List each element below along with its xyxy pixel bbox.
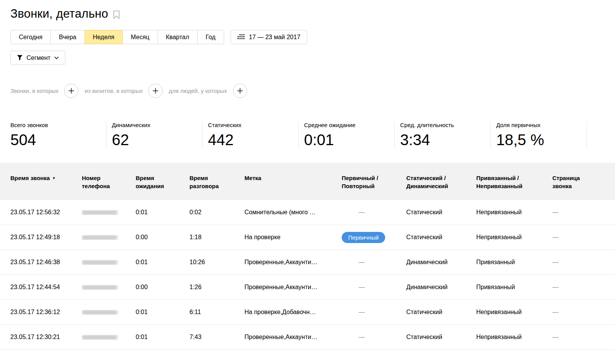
plus-icon — [237, 88, 243, 94]
filter-label-calls: Звонки, в которых — [10, 88, 58, 94]
bookmark-button[interactable] — [113, 9, 120, 19]
cell-label: На проверке — [244, 234, 342, 241]
metric-2: Статических442 — [203, 122, 299, 147]
cell-primary: — — [342, 284, 406, 291]
metric-value: 0:01 — [304, 132, 391, 147]
add-filter-visits-button[interactable] — [148, 84, 163, 98]
metric-value: 18,5 % — [496, 132, 583, 147]
table-header: Время звонка▼Номер телефонаВремя ожидани… — [0, 163, 615, 200]
cell-time: 23.05.17 12:46:38 — [10, 259, 82, 266]
cell-page: — — [552, 309, 605, 316]
call-row[interactable]: 23.05.17 12:56:320:010:02Сомнительные (м… — [0, 200, 615, 225]
cell-page: — — [552, 334, 605, 341]
period-tab-yesterday[interactable]: Вчера — [50, 30, 85, 44]
cell-type: Динамический — [406, 259, 476, 266]
filter-group-calls: Звонки, в которых — [10, 84, 78, 98]
period-tab-quarter[interactable]: Квартал — [158, 30, 198, 44]
bookmark-icon — [113, 10, 120, 19]
metric-value: 442 — [208, 132, 294, 147]
filter-row: Звонки, в которыхиз визитов, в которыхдл… — [10, 84, 605, 98]
cell-type: Статический — [406, 309, 476, 316]
add-filter-people-button[interactable] — [233, 84, 247, 98]
cell-bound: Непривязанный — [476, 334, 552, 341]
calls-detail-page: Звонки, детально СегодняВчераНеделяМесяц… — [0, 0, 615, 364]
cell-type: Статический — [406, 334, 476, 341]
cell-time: 23.05.17 12:44:54 — [10, 284, 82, 291]
period-tab-month[interactable]: Месяц — [122, 30, 158, 44]
metric-4: Сред. длительность3:34 — [395, 122, 491, 147]
call-row[interactable]: 23.05.17 12:30:210:017:43Проверенные,Акк… — [0, 325, 615, 350]
segment-label: Сегмент — [27, 55, 50, 61]
metric-3: Среднее ожидание0:01 — [299, 122, 395, 147]
call-row[interactable]: 23.05.17 12:49:180:001:18На проверкеПерв… — [0, 225, 615, 250]
call-row[interactable]: 23.05.17 12:44:540:001:26Проверенные,Акк… — [0, 275, 615, 300]
sort-desc-icon: ▼ — [52, 176, 56, 180]
column-header-label: Метка — [244, 174, 342, 182]
cell-bound: Непривязанный — [476, 309, 552, 316]
phone-number-redacted — [82, 335, 117, 340]
filter-group-visits: из визитов, в которых — [85, 84, 163, 98]
metric-label: Динамических — [112, 122, 198, 128]
cell-bound: Непривязанный — [476, 209, 552, 216]
cell-phone — [82, 335, 136, 340]
cell-label: Проверенные,Аккаунти… — [244, 284, 342, 291]
column-header-primary: Первичный / Повторный — [342, 174, 406, 190]
cell-wait: 0:01 — [136, 334, 189, 341]
cell-time: 23.05.17 12:49:18 — [10, 234, 82, 241]
date-range-button[interactable]: 17 — 23 май 2017 — [231, 30, 308, 44]
add-filter-calls-button[interactable] — [64, 84, 78, 98]
cell-phone — [82, 210, 136, 215]
cell-wait: 0:01 — [136, 309, 189, 316]
period-tab-week[interactable]: Неделя — [85, 30, 123, 44]
metric-value: 504 — [10, 132, 102, 147]
column-header-time[interactable]: Время звонка▼ — [10, 174, 82, 182]
chevron-down-icon — [54, 56, 59, 60]
column-header-label: Привязанный / Непривязанный — [476, 174, 531, 190]
cell-page: — — [552, 209, 605, 216]
cell-talk: 1:26 — [189, 284, 244, 291]
column-header-label: Время разговора — [189, 174, 223, 190]
phone-number-redacted — [82, 235, 117, 240]
metric-label: Среднее ожидание — [304, 122, 391, 128]
cell-phone — [82, 260, 136, 265]
segment-button[interactable]: Сегмент — [10, 51, 65, 65]
cell-label: Проверенные,Аккаунти… — [244, 334, 342, 341]
column-header-label: Время звонка — [10, 174, 50, 182]
column-header-label: Время ожидания — [136, 174, 167, 190]
column-header-bound: Привязанный / Непривязанный — [476, 174, 552, 190]
plus-icon — [153, 88, 158, 94]
funnel-icon — [17, 55, 23, 61]
period-controls: СегодняВчераНеделяМесяцКварталГод 17 — 2… — [10, 30, 605, 44]
cell-primary: — — [342, 259, 406, 266]
metric-1: Динамических62 — [106, 122, 203, 147]
metrics-summary: Всего звонков504Динамических62Статически… — [10, 122, 615, 147]
cell-primary: Первичный — [342, 232, 406, 243]
metric-label: Всего звонков — [10, 122, 102, 128]
phone-number-redacted — [82, 210, 117, 215]
filter-label-visits: из визитов, в которых — [85, 88, 143, 94]
cell-talk: 7:43 — [189, 334, 244, 341]
column-header-label: Первичный / Повторный — [342, 174, 382, 190]
phone-number-redacted — [82, 310, 117, 315]
filter-group-people: для людей, у которых — [169, 84, 247, 98]
cell-label: Сомнительные (много … — [244, 209, 342, 216]
phone-number-redacted — [82, 260, 117, 265]
cell-bound: Привязанный — [476, 284, 552, 291]
cell-label: На проверке,Добавочн… — [244, 309, 342, 316]
cell-talk: 0:02 — [189, 209, 244, 216]
call-row[interactable]: 23.05.17 12:46:380:0110:26Проверенные,Ак… — [0, 250, 615, 275]
cell-page: — — [552, 234, 605, 241]
phone-number-redacted — [82, 285, 117, 290]
cell-phone — [82, 235, 136, 240]
cell-primary: — — [342, 334, 406, 341]
metric-value: 62 — [112, 132, 198, 147]
cell-label: Проверенные,Аккаунти… — [244, 259, 342, 266]
cell-talk: 1:18 — [189, 234, 244, 241]
cell-type: Динамический — [406, 284, 476, 291]
cell-page: — — [552, 284, 605, 291]
period-tab-year[interactable]: Год — [197, 30, 224, 44]
call-row[interactable]: 23.05.17 12:36:120:016:11На проверке,Доб… — [0, 300, 615, 325]
column-header-label: Страница звонка — [552, 174, 585, 190]
period-tab-today[interactable]: Сегодня — [10, 30, 51, 44]
column-header-type: Статический / Динамический — [406, 174, 476, 190]
